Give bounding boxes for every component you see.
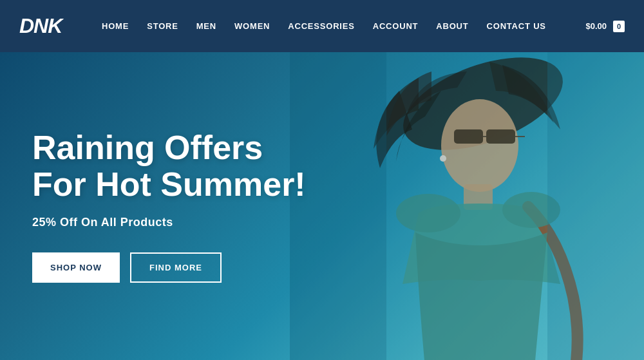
cart-price: $0.00: [585, 21, 607, 31]
cart-area[interactable]: $0.00 0: [585, 21, 625, 32]
hero-buttons: SHOP NOW FIND MORE: [32, 252, 322, 283]
nav-store[interactable]: STORE: [147, 21, 178, 31]
nav-accessories[interactable]: ACCESSORIES: [288, 21, 354, 31]
nav-men[interactable]: MEN: [196, 21, 216, 31]
shop-now-button[interactable]: SHOP NOW: [32, 252, 120, 283]
nav-about[interactable]: ABOUT: [436, 21, 468, 31]
find-more-button[interactable]: FIND MORE: [130, 252, 222, 283]
main-nav: HOME STORE MEN WOMEN ACCESSORIES ACCOUNT…: [102, 21, 546, 31]
svg-rect-4: [486, 129, 515, 144]
site-header: DNK HOME STORE MEN WOMEN ACCESSORIES ACC…: [0, 0, 644, 52]
svg-point-7: [440, 155, 446, 162]
hero-content: Raining Offers For Hot Summer! 25% Off O…: [0, 129, 322, 283]
nav-account[interactable]: ACCOUNT: [373, 21, 419, 31]
hero-image: [290, 52, 644, 360]
svg-rect-11: [547, 52, 644, 360]
nav-home[interactable]: HOME: [102, 21, 129, 31]
site-logo[interactable]: DNK: [19, 14, 62, 38]
svg-rect-3: [454, 129, 483, 144]
nav-women[interactable]: WOMEN: [234, 21, 270, 31]
hero-section: Raining Offers For Hot Summer! 25% Off O…: [0, 52, 644, 360]
hero-subtitle: 25% Off On All Products: [32, 216, 322, 229]
svg-point-9: [396, 194, 460, 232]
nav-contact[interactable]: CONTACT US: [487, 21, 546, 31]
hero-title: Raining Offers For Hot Summer!: [32, 129, 322, 203]
cart-count: 0: [613, 21, 625, 32]
svg-point-2: [441, 99, 518, 192]
